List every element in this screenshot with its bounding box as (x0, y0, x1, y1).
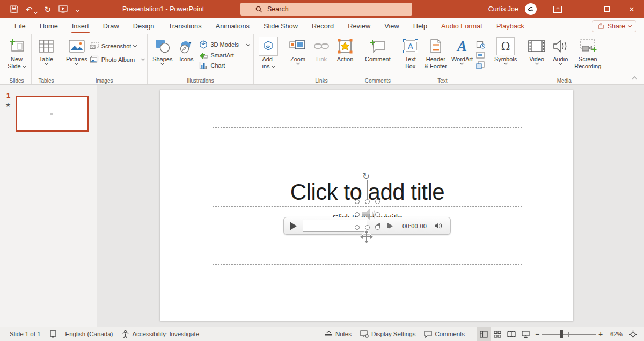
table-dropdown-icon (44, 61, 48, 65)
object-button[interactable] (476, 61, 485, 69)
view-slideshow-button[interactable] (518, 327, 532, 341)
zoom-slider-knob[interactable] (560, 330, 563, 338)
slide-thumbnail[interactable] (16, 96, 89, 132)
table-button[interactable]: Table (34, 35, 58, 66)
tab-home[interactable]: Home (33, 18, 65, 34)
pictures-button[interactable]: Pictures (64, 35, 90, 66)
zoom-slider[interactable] (542, 327, 596, 341)
user-avatar[interactable] (525, 3, 537, 15)
step-forward-button[interactable] (387, 223, 393, 229)
selection-handle-n[interactable] (365, 199, 370, 204)
fit-slide-button[interactable] (626, 327, 640, 341)
search-input[interactable]: Search (240, 3, 412, 16)
zoom-button[interactable]: Zoom (286, 35, 310, 66)
smartart-button[interactable]: SmartArt (199, 52, 250, 59)
tab-record[interactable]: Record (305, 18, 341, 34)
screenshot-button[interactable]: Screenshot (90, 42, 144, 50)
start-slideshow-icon[interactable] (58, 5, 68, 13)
group-slides: New Slide Slides (2, 34, 32, 84)
collapse-ribbon-icon[interactable] (632, 77, 638, 82)
selection-handle-s[interactable] (365, 225, 370, 230)
icons-button[interactable]: Icons (174, 35, 198, 64)
slide-number-button[interactable] (476, 52, 485, 59)
view-normal-button[interactable] (477, 327, 491, 341)
3d-models-button[interactable]: 3D Models (199, 40, 250, 49)
comments-toggle[interactable]: Comments (420, 327, 469, 341)
symbols-button[interactable]: Ω Symbols (492, 35, 519, 66)
slide-indicator[interactable]: Slide 1 of 1 (5, 327, 45, 341)
volume-icon[interactable] (434, 222, 442, 229)
photo-album-button[interactable]: Photo Album (90, 55, 144, 63)
shapes-icon (155, 37, 171, 56)
selection-handle-nw[interactable] (355, 199, 360, 204)
selection-handle-w[interactable] (355, 212, 360, 217)
group-label-slides: Slides (2, 78, 31, 84)
tab-playback[interactable]: Playback (489, 18, 531, 34)
header-footer-button[interactable]: Header & Footer (422, 35, 449, 71)
selection-handle-ne[interactable] (375, 199, 380, 204)
selection-handle-sw[interactable] (355, 225, 360, 230)
share-button[interactable]: Share (592, 20, 636, 32)
add-ins-dropdown-icon (272, 64, 275, 68)
group-tables: Table Tables (32, 34, 61, 84)
chart-button[interactable]: Chart (199, 62, 250, 69)
language-selector[interactable]: English (Canada) (61, 327, 118, 341)
play-button[interactable] (290, 222, 297, 230)
icons-icon (178, 37, 195, 56)
audio-button[interactable]: Audio (548, 35, 572, 66)
notes-toggle[interactable]: Notes (320, 327, 356, 341)
tab-file[interactable]: File (8, 18, 33, 34)
zoom-out-button[interactable]: − (532, 330, 542, 338)
ribbon-display-options-icon[interactable] (545, 0, 570, 18)
search-icon (255, 6, 262, 13)
text-box-button[interactable]: A Text Box (399, 35, 422, 71)
add-ins-button[interactable]: Add- ins (257, 35, 280, 71)
tab-help[interactable]: Help (406, 18, 434, 34)
wordart-button[interactable]: A WordArt (449, 35, 475, 66)
maximize-button[interactable] (595, 0, 619, 18)
view-reading-button[interactable] (504, 327, 518, 341)
tab-audio-format[interactable]: Audio Format (434, 18, 489, 34)
screen-recording-button[interactable]: Screen Recording (572, 35, 603, 71)
tab-view[interactable]: View (377, 18, 406, 34)
tab-transitions[interactable]: Transitions (162, 18, 209, 34)
undo-dropdown-icon[interactable] (34, 10, 38, 13)
video-button[interactable]: Video (525, 35, 548, 66)
save-icon[interactable] (10, 5, 18, 13)
shapes-button[interactable]: Shapes (150, 35, 174, 66)
view-slide-sorter-button[interactable] (491, 327, 504, 341)
group-text: A Text Box Header & Footer A WordArt (396, 34, 489, 84)
display-settings-button[interactable]: Display Settings (356, 327, 420, 341)
thumbnail-audio-icon (50, 113, 53, 115)
action-button[interactable]: Action (333, 35, 357, 64)
tab-insert[interactable]: Insert (65, 18, 96, 34)
document-title: Presentation1 - PowerPoint (122, 0, 204, 18)
customize-qat-icon[interactable] (75, 8, 79, 11)
quick-access-toolbar: ↶ ↻ (0, 5, 113, 13)
selection-handle-e[interactable] (375, 212, 380, 217)
selection-handle-se[interactable] (375, 225, 380, 230)
date-time-button[interactable] (476, 40, 485, 49)
redo-icon[interactable]: ↻ (45, 5, 52, 13)
comment-button[interactable]: Comment (363, 35, 393, 64)
rotation-handle[interactable]: ↻ (362, 172, 370, 181)
zoom-in-button[interactable]: + (596, 330, 605, 338)
tab-review[interactable]: Review (341, 18, 377, 34)
group-links: Zoom Link Action Links (283, 34, 360, 84)
group-label-images: Images (61, 78, 147, 84)
tab-animations[interactable]: Animations (209, 18, 257, 34)
audio-object-icon[interactable] (358, 205, 377, 224)
tab-slide-show[interactable]: Slide Show (257, 18, 305, 34)
slide-canvas[interactable]: Click to add title Click to add subtitle… (160, 90, 573, 321)
accessibility-status[interactable]: Accessibility: Investigate (117, 327, 203, 341)
tab-draw[interactable]: Draw (96, 18, 126, 34)
zoom-level[interactable]: 62% (605, 331, 626, 337)
minimize-button[interactable]: – (570, 0, 595, 18)
tab-design[interactable]: Design (126, 18, 162, 34)
new-slide-button[interactable]: New Slide (5, 35, 28, 71)
undo-button[interactable]: ↶ (26, 5, 37, 13)
close-button[interactable]: ✕ (619, 0, 644, 18)
user-name[interactable]: Curtis Joe (488, 5, 518, 13)
spell-check-icon[interactable] (45, 327, 61, 341)
status-bar: Slide 1 of 1 English (Canada) Accessibil… (0, 327, 644, 341)
